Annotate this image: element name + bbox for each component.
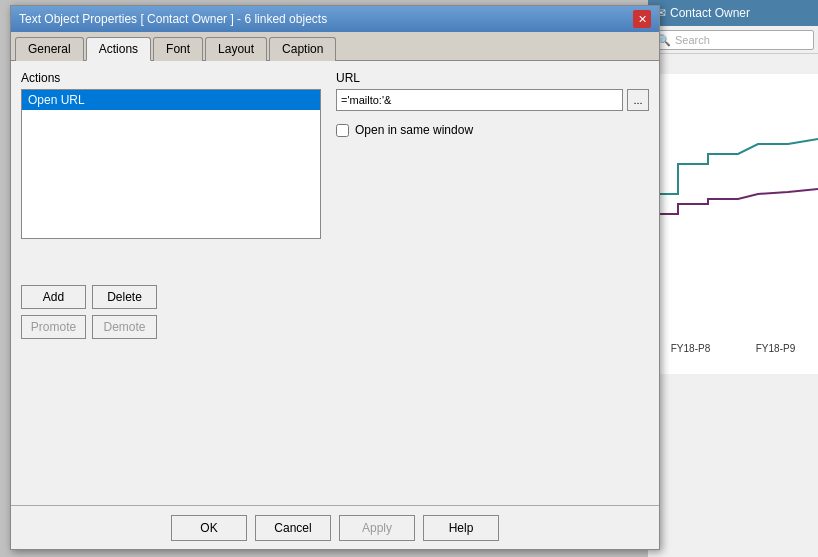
dialog-titlebar: Text Object Properties [ Contact Owner ]… — [11, 6, 659, 32]
actions-list[interactable]: Open URL — [21, 89, 321, 239]
action-item-open-url[interactable]: Open URL — [22, 90, 320, 110]
bg-panel-header: ✉ Contact Owner — [648, 0, 818, 26]
tab-general[interactable]: General — [15, 37, 84, 61]
bg-panel-title: Contact Owner — [670, 6, 750, 20]
open-same-window-label: Open in same window — [355, 123, 473, 137]
dialog-body: Actions Open URL URL ... Open in same wi… — [11, 61, 659, 500]
search-box[interactable]: 🔍 Search — [652, 30, 814, 50]
chart-label-fy18p8: FY18-P8 — [671, 343, 710, 354]
promote-button[interactable]: Promote — [21, 315, 86, 339]
ok-button[interactable]: OK — [171, 515, 247, 541]
tab-bar: General Actions Font Layout Caption — [11, 32, 659, 61]
tab-font[interactable]: Font — [153, 37, 203, 61]
actions-url-row: Actions Open URL URL ... Open in same wi… — [21, 71, 649, 271]
url-panel: URL ... Open in same window — [336, 71, 649, 271]
text-object-properties-dialog: Text Object Properties [ Contact Owner ]… — [10, 5, 660, 550]
help-button[interactable]: Help — [423, 515, 499, 541]
promote-demote-row: Promote Demote — [21, 315, 649, 339]
chart-labels: FY18-P8 FY18-P9 — [648, 343, 818, 354]
url-label: URL — [336, 71, 649, 85]
actions-label: Actions — [21, 71, 321, 85]
background-panel: ✉ Contact Owner 🔍 Search FY18-P8 FY18-P9 — [648, 0, 818, 557]
url-row: ... — [336, 89, 649, 111]
delete-button[interactable]: Delete — [92, 285, 157, 309]
tab-caption[interactable]: Caption — [269, 37, 336, 61]
tab-layout[interactable]: Layout — [205, 37, 267, 61]
actions-panel: Actions Open URL — [21, 71, 321, 271]
action-buttons-row: Add Delete — [21, 285, 649, 309]
cancel-button[interactable]: Cancel — [255, 515, 331, 541]
dialog-footer: OK Cancel Apply Help — [11, 505, 659, 549]
chart-label-fy18p9: FY18-P9 — [756, 343, 795, 354]
url-input[interactable] — [336, 89, 623, 111]
search-placeholder: Search — [675, 34, 710, 46]
add-button[interactable]: Add — [21, 285, 86, 309]
chart-svg — [648, 74, 818, 374]
chart-area: FY18-P8 FY18-P9 — [648, 74, 818, 374]
dialog-title: Text Object Properties [ Contact Owner ]… — [19, 12, 327, 26]
demote-button[interactable]: Demote — [92, 315, 157, 339]
search-area: 🔍 Search — [648, 26, 818, 54]
close-button[interactable]: ✕ — [633, 10, 651, 28]
url-browse-button[interactable]: ... — [627, 89, 649, 111]
open-same-window-row: Open in same window — [336, 123, 649, 137]
apply-button[interactable]: Apply — [339, 515, 415, 541]
tab-actions[interactable]: Actions — [86, 37, 151, 61]
open-same-window-checkbox[interactable] — [336, 124, 349, 137]
